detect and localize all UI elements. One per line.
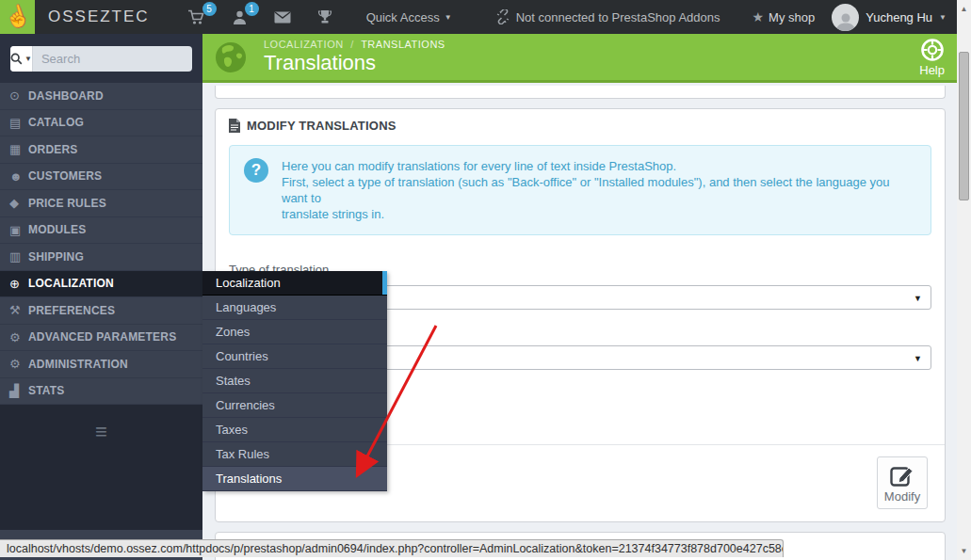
breadcrumb-separator: /	[350, 39, 354, 50]
sidebar-item-label: STATS	[28, 384, 65, 397]
sidebar-item-label: LOCALIZATION	[28, 277, 114, 290]
price-tag-icon: ◆	[9, 196, 28, 210]
info-text: Here you can modify translations for eve…	[282, 158, 916, 222]
cart-badge: 5	[202, 2, 217, 16]
scroll-up-arrow[interactable]: ▲	[957, 2, 971, 16]
sidebar-item-label: ORDERS	[28, 143, 78, 156]
search-scope-button[interactable]: ▼	[10, 46, 33, 72]
prestashop-admin-window: ☝ OSSEZTEC 5 1 Quick Access ▼	[0, 0, 971, 560]
sidebar-item-localization[interactable]: ⊕LOCALIZATION	[0, 271, 202, 298]
edit-pencil-icon	[890, 464, 914, 487]
localization-flyout-menu: Localization Languages Zones Countries S…	[202, 271, 387, 491]
select-caret-icon: ▼	[914, 354, 922, 363]
quick-access-menu[interactable]: Quick Access ▼	[366, 10, 452, 24]
sidebar-item-label: MODULES	[28, 223, 86, 236]
modify-button-label: Modify	[884, 489, 920, 504]
sidebar-item-orders[interactable]: ▦ORDERS	[0, 136, 202, 164]
sidebar-item-label: ADVANCED PARAMETERS	[28, 330, 176, 344]
user-menu[interactable]: Yucheng Hu ▼	[832, 4, 947, 31]
breadcrumb-parent[interactable]: LOCALIZATION	[264, 39, 344, 50]
localization-globe-icon	[215, 41, 247, 73]
page-header-text: LOCALIZATION / TRANSLATIONS Translations	[264, 39, 445, 75]
search-box: ▼	[10, 46, 192, 72]
sidebar-item-dashboard[interactable]: ⊙DASHBOARD	[0, 83, 202, 110]
orders-icon: ▦	[9, 142, 28, 156]
cart-button[interactable]: 5	[174, 4, 218, 31]
sidebar-item-advanced-parameters[interactable]: ⚙ADVANCED PARAMETERS	[0, 325, 202, 352]
gear-icon: ⚙	[9, 357, 28, 371]
search-input[interactable]	[33, 46, 192, 72]
flyout-item-states[interactable]: States	[202, 369, 387, 393]
page-header: LOCALIZATION / TRANSLATIONS Translations…	[202, 34, 971, 83]
question-mark-icon: ?	[244, 158, 268, 183]
addons-status-label: Not connected to PrestaShop Addons	[516, 10, 720, 24]
flyout-item-tax-rules[interactable]: Tax Rules	[202, 442, 387, 467]
scrollbar-thumb[interactable]	[959, 52, 969, 200]
panel-header: MODIFY TRANSLATIONS	[216, 109, 945, 141]
sidebar-item-stats[interactable]: ▟STATS	[0, 378, 202, 406]
truck-icon: ▥	[9, 249, 28, 264]
flyout-item-translations[interactable]: Translations	[202, 467, 387, 491]
flyout-item-zones[interactable]: Zones	[202, 320, 387, 344]
sidebar-item-administration[interactable]: ⚙ADMINISTRATION	[0, 351, 202, 378]
avatar	[832, 4, 859, 31]
merchant-expertise-button[interactable]	[304, 4, 346, 30]
envelope-icon	[274, 11, 291, 24]
my-shop-link[interactable]: ★ My shop	[753, 9, 816, 24]
star-icon: ★	[753, 9, 765, 24]
catalog-icon: ▤	[9, 116, 28, 130]
menu-collapse-icon[interactable]: ≡	[95, 422, 107, 530]
sidebar-item-label: CATALOG	[28, 116, 84, 129]
sidebar-item-label: CUSTOMERS	[28, 169, 102, 183]
sidebar-item-preferences[interactable]: ⚒PREFERENCES	[0, 297, 202, 325]
hand-cursor-icon: ☝	[2, 3, 33, 30]
sidebar-item-price-rules[interactable]: ◆PRICE RULES	[0, 190, 202, 217]
messages-button[interactable]	[261, 6, 304, 29]
top-bar: ☝ OSSEZTEC 5 1 Quick Access ▼	[0, 0, 971, 34]
flyout-item-currencies[interactable]: Currencies	[202, 393, 387, 418]
sidebar-item-customers[interactable]: ☻CUSTOMERS	[0, 164, 202, 191]
my-shop-label: My shop	[769, 10, 815, 24]
sidebar-item-modules[interactable]: ▣MODULES	[0, 217, 202, 245]
breadcrumb-current: TRANSLATIONS	[361, 39, 445, 50]
customers-button[interactable]: 1	[218, 4, 261, 31]
prestashop-logo[interactable]: ☝	[0, 0, 35, 34]
broken-link-icon	[495, 9, 510, 24]
sidebar-item-label: PREFERENCES	[28, 304, 115, 317]
modules-icon: ▣	[9, 223, 28, 237]
status-bar-url: localhost/vhosts/demo.ossez.com/httpdocs…	[0, 539, 784, 557]
sidebar-item-catalog[interactable]: ▤CATALOG	[0, 110, 202, 137]
modify-button[interactable]: Modify	[877, 456, 928, 509]
sidebar-item-label: ADMINISTRATION	[28, 358, 128, 371]
info-line: First, select a type of translation (suc…	[282, 174, 916, 206]
help-button[interactable]: Help	[919, 38, 945, 77]
bar-chart-icon: ▟	[9, 384, 28, 398]
info-line: Here you can modify translations for eve…	[282, 158, 916, 174]
scroll-down-arrow[interactable]: ▼	[957, 544, 971, 558]
chevron-down-icon: ▼	[24, 55, 32, 63]
user-name: Yucheng Hu	[866, 10, 932, 24]
select-caret-icon: ▼	[914, 294, 922, 303]
addons-connection-status[interactable]: Not connected to PrestaShop Addons	[495, 9, 720, 24]
sidebar-footer: ≡	[0, 405, 202, 530]
sidebar: ▼ ⊙DASHBOARD ▤CATALOG ▦ORDERS ☻CUSTOMERS…	[0, 34, 202, 560]
flyout-item-languages[interactable]: Languages	[202, 296, 387, 320]
main-menu: ⊙DASHBOARD ▤CATALOG ▦ORDERS ☻CUSTOMERS ◆…	[0, 83, 202, 405]
quick-access-label: Quick Access	[366, 10, 440, 24]
flyout-item-localization[interactable]: Localization	[202, 271, 387, 296]
customers-icon: ☻	[9, 169, 28, 184]
flyout-item-countries[interactable]: Countries	[202, 344, 387, 369]
dashboard-icon: ⊙	[9, 88, 28, 103]
shop-brand-name[interactable]: OSSEZTEC	[48, 8, 150, 26]
gears-icon: ⚙	[9, 330, 28, 344]
page-title: Translations	[264, 51, 445, 75]
topbar-icons: 5 1	[174, 4, 346, 31]
sidebar-item-shipping[interactable]: ▥SHIPPING	[0, 244, 202, 271]
customers-badge: 1	[245, 2, 259, 16]
vertical-scrollbar[interactable]: ▲ ▼	[957, 0, 971, 560]
flyout-item-taxes[interactable]: Taxes	[202, 418, 387, 442]
info-box: ? Here you can modify translations for e…	[229, 145, 931, 235]
panel-title: MODIFY TRANSLATIONS	[247, 119, 396, 133]
lifebuoy-icon	[920, 38, 945, 62]
help-label: Help	[919, 63, 945, 77]
